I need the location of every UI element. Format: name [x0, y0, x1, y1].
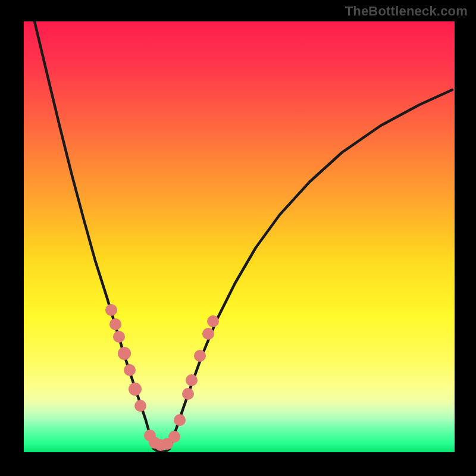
chart-svg: [24, 21, 455, 452]
data-dot: [194, 350, 206, 362]
data-dot: [109, 318, 121, 330]
data-dot: [174, 414, 186, 426]
watermark-text: TheBottleneck.com: [345, 4, 468, 19]
data-dot: [134, 400, 146, 412]
data-dots: [105, 304, 219, 451]
data-dot: [207, 315, 219, 327]
plot-area: [24, 21, 455, 452]
data-dot: [118, 347, 131, 360]
data-dot: [168, 431, 180, 443]
chart-frame: TheBottleneck.com: [0, 0, 476, 476]
data-dot: [202, 328, 214, 340]
bottleneck-curves: [35, 21, 452, 452]
data-dot: [182, 388, 194, 400]
data-dot: [129, 383, 142, 396]
data-dot: [124, 364, 136, 376]
v-curve: [35, 21, 452, 452]
data-dot: [113, 331, 125, 343]
data-dot: [105, 304, 117, 316]
data-dot: [186, 374, 198, 386]
